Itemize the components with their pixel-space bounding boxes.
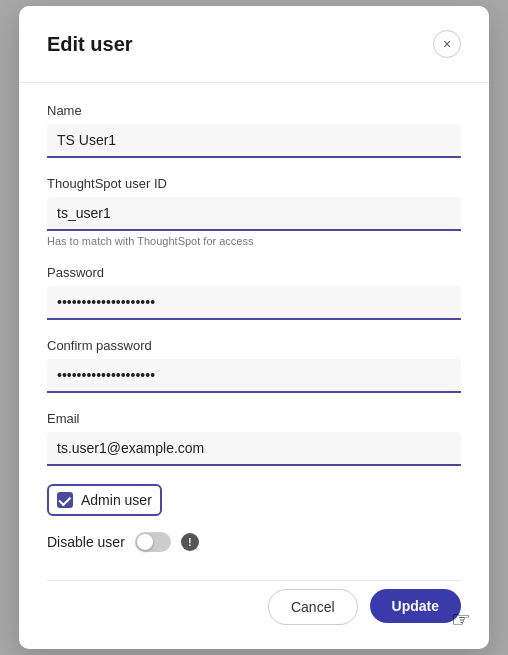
confirm-password-label: Confirm password (47, 338, 461, 353)
admin-user-row[interactable]: Admin user (47, 484, 162, 516)
name-label: Name (47, 103, 461, 118)
confirm-password-input[interactable] (47, 359, 461, 393)
header-divider (19, 82, 489, 83)
tsid-input[interactable] (47, 197, 461, 231)
cancel-button[interactable]: Cancel (268, 589, 358, 625)
info-icon[interactable]: ! (181, 533, 199, 551)
update-button-wrapper: Update ☞ (370, 589, 461, 625)
update-button[interactable]: Update (370, 589, 461, 623)
password-group: Password (47, 265, 461, 320)
admin-user-checkbox[interactable] (57, 492, 73, 508)
modal-footer: Cancel Update ☞ (47, 580, 461, 625)
disable-user-label: Disable user (47, 534, 125, 550)
confirm-password-group: Confirm password (47, 338, 461, 393)
close-button[interactable]: × (433, 30, 461, 58)
toggle-knob (137, 534, 153, 550)
password-input[interactable] (47, 286, 461, 320)
name-input[interactable] (47, 124, 461, 158)
close-icon: × (443, 36, 451, 52)
modal-title: Edit user (47, 33, 133, 56)
tsid-group: ThoughtSpot user ID Has to match with Th… (47, 176, 461, 247)
email-label: Email (47, 411, 461, 426)
cursor-hand-icon: ☞ (451, 607, 471, 633)
password-label: Password (47, 265, 461, 280)
modal-overlay: Edit user × Name ThoughtSpot user ID Has… (0, 0, 508, 655)
disable-user-row: Disable user ! (47, 532, 461, 552)
disable-user-toggle[interactable] (135, 532, 171, 552)
info-icon-symbol: ! (188, 536, 192, 548)
tsid-label: ThoughtSpot user ID (47, 176, 461, 191)
modal-header: Edit user × (47, 30, 461, 58)
email-group: Email (47, 411, 461, 466)
name-group: Name (47, 103, 461, 158)
admin-user-label: Admin user (81, 492, 152, 508)
edit-user-modal: Edit user × Name ThoughtSpot user ID Has… (19, 6, 489, 649)
email-input[interactable] (47, 432, 461, 466)
tsid-hint: Has to match with ThoughtSpot for access (47, 235, 461, 247)
